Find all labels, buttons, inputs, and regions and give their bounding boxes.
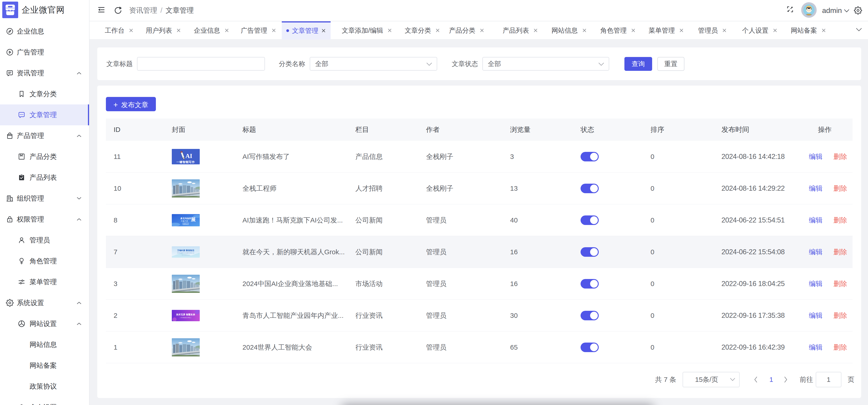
svg-text:万物向新 聚焦智启: 万物向新 聚焦智启 [177, 249, 194, 251]
svg-text:技术无界 智慧未来: 技术无界 智慧未来 [176, 313, 195, 316]
svg-text:一键智能写作: 一键智能写作 [177, 161, 195, 164]
svg-text:展: 展 [191, 217, 196, 222]
svg-text:AI: AI [185, 153, 192, 159]
svg-text:多元与合作: 多元与合作 [180, 217, 191, 220]
svg-text:高峰论坛: 高峰论坛 [183, 223, 188, 224]
svg-text:中国·上海 JUN.2023: 中国·上海 JUN.2023 [182, 255, 190, 256]
svg-text:2023年度数字生态指数与智算大会: 2023年度数字生态指数与智算大会 [177, 252, 194, 254]
svg-text:（ 2019网易技术峰会 ）: （ 2019网易技术峰会 ） [179, 317, 192, 318]
svg-text:共赢与发: 共赢与发 [181, 220, 188, 222]
